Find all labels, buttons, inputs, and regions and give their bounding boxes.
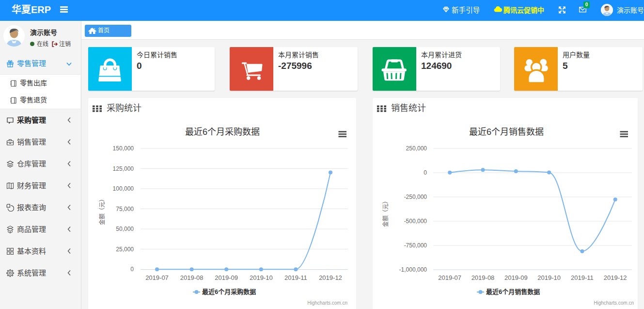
svg-text:250,000: 250,000 (406, 145, 427, 152)
svg-text:金额（元）: 金额（元） (382, 198, 389, 227)
svg-text:150,000: 150,000 (113, 145, 134, 152)
svg-text:-750,000: -750,000 (404, 242, 427, 249)
svg-text:-1,000,000: -1,000,000 (399, 266, 427, 273)
svg-text:最近6个月采购数据: 最近6个月采购数据 (185, 127, 260, 137)
svg-text:金额（元）: 金额（元） (98, 196, 106, 225)
svg-text:2019-07: 2019-07 (145, 274, 169, 281)
svg-text:Highcharts.com.cn: Highcharts.com.cn (594, 300, 634, 306)
svg-text:最近6个月销售数据: 最近6个月销售数据 (486, 288, 540, 295)
svg-text:2019-08: 2019-08 (180, 274, 204, 281)
svg-text:2019-12: 2019-12 (319, 274, 342, 281)
svg-text:50,000: 50,000 (116, 226, 134, 232)
svg-text:-250,000: -250,000 (404, 194, 427, 200)
svg-text:2019-12: 2019-12 (604, 274, 627, 281)
svg-text:75,000: 75,000 (116, 206, 134, 212)
svg-text:2019-10: 2019-10 (250, 274, 273, 281)
svg-text:2019-09: 2019-09 (504, 274, 528, 281)
svg-text:最近6个月采购数据: 最近6个月采购数据 (202, 288, 256, 295)
svg-text:100,000: 100,000 (113, 185, 134, 192)
svg-text:2019-08: 2019-08 (471, 274, 495, 281)
svg-text:最近6个月销售数据: 最近6个月销售数据 (469, 127, 544, 137)
svg-text:-500,000: -500,000 (404, 218, 427, 225)
svg-text:0: 0 (424, 169, 427, 176)
svg-text:2019-11: 2019-11 (571, 274, 594, 281)
svg-text:2019-10: 2019-10 (537, 274, 561, 281)
svg-text:0: 0 (130, 266, 134, 273)
svg-text:125,000: 125,000 (113, 165, 134, 172)
svg-text:Highcharts.com.cn: Highcharts.com.cn (307, 300, 347, 306)
svg-text:2019-09: 2019-09 (215, 274, 238, 281)
svg-text:25,000: 25,000 (116, 246, 134, 253)
svg-text:2019-07: 2019-07 (438, 274, 461, 281)
svg-text:2019-11: 2019-11 (284, 274, 307, 281)
